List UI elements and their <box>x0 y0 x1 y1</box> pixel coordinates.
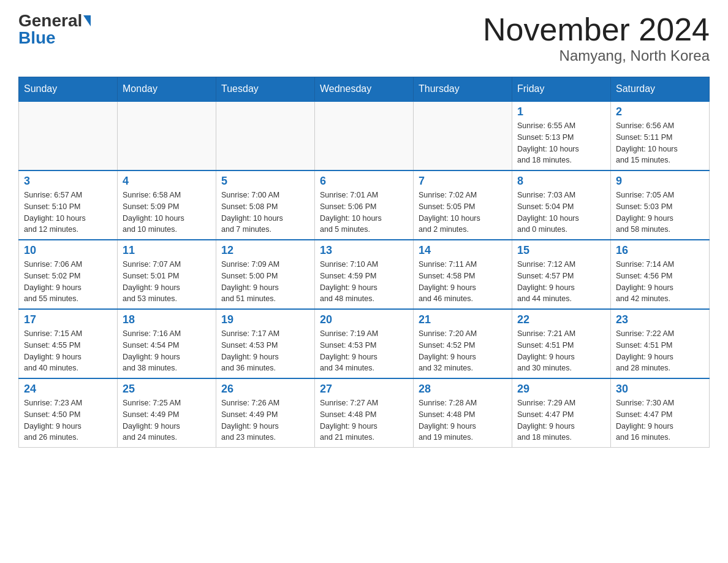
day-number: 30 <box>616 383 704 396</box>
day-number: 13 <box>320 244 408 257</box>
day-info: Sunrise: 7:06 AM Sunset: 5:02 PM Dayligh… <box>24 259 112 305</box>
column-header-thursday: Thursday <box>414 77 512 102</box>
day-info: Sunrise: 7:15 AM Sunset: 4:55 PM Dayligh… <box>24 328 112 374</box>
calendar-cell: 25Sunrise: 7:25 AM Sunset: 4:49 PM Dayli… <box>118 378 216 448</box>
day-number: 18 <box>123 313 211 326</box>
calendar-cell: 22Sunrise: 7:21 AM Sunset: 4:51 PM Dayli… <box>512 309 611 378</box>
day-info: Sunrise: 7:27 AM Sunset: 4:48 PM Dayligh… <box>320 397 408 443</box>
calendar-cell: 23Sunrise: 7:22 AM Sunset: 4:51 PM Dayli… <box>611 309 710 378</box>
day-number: 24 <box>24 383 112 396</box>
day-info: Sunrise: 7:09 AM Sunset: 5:00 PM Dayligh… <box>221 259 309 305</box>
day-info: Sunrise: 7:20 AM Sunset: 4:52 PM Dayligh… <box>419 328 507 374</box>
calendar-cell: 21Sunrise: 7:20 AM Sunset: 4:52 PM Dayli… <box>414 309 512 378</box>
day-info: Sunrise: 7:01 AM Sunset: 5:06 PM Dayligh… <box>320 190 408 236</box>
column-header-friday: Friday <box>512 77 611 102</box>
calendar-cell: 4Sunrise: 6:58 AM Sunset: 5:09 PM Daylig… <box>118 170 216 240</box>
calendar-cell: 13Sunrise: 7:10 AM Sunset: 4:59 PM Dayli… <box>315 240 414 309</box>
calendar-cell: 11Sunrise: 7:07 AM Sunset: 5:01 PM Dayli… <box>118 240 216 309</box>
day-info: Sunrise: 7:29 AM Sunset: 4:47 PM Dayligh… <box>517 397 605 443</box>
calendar-cell: 9Sunrise: 7:05 AM Sunset: 5:03 PM Daylig… <box>611 170 710 240</box>
day-number: 16 <box>616 244 704 257</box>
day-info: Sunrise: 7:21 AM Sunset: 4:51 PM Dayligh… <box>517 328 605 374</box>
logo: General Blue <box>18 12 91 47</box>
calendar-cell: 2Sunrise: 6:56 AM Sunset: 5:11 PM Daylig… <box>611 101 710 170</box>
week-row-3: 17Sunrise: 7:15 AM Sunset: 4:55 PM Dayli… <box>19 309 710 378</box>
day-info: Sunrise: 7:10 AM Sunset: 4:59 PM Dayligh… <box>320 259 408 305</box>
day-number: 25 <box>123 383 211 396</box>
day-info: Sunrise: 6:55 AM Sunset: 5:13 PM Dayligh… <box>517 120 605 166</box>
day-number: 2 <box>616 105 704 118</box>
day-number: 19 <box>221 313 309 326</box>
title-block: November 2024 Namyang, North Korea <box>483 12 710 64</box>
week-row-0: 1Sunrise: 6:55 AM Sunset: 5:13 PM Daylig… <box>19 101 710 170</box>
day-number: 20 <box>320 313 408 326</box>
column-header-saturday: Saturday <box>611 77 710 102</box>
day-info: Sunrise: 7:07 AM Sunset: 5:01 PM Dayligh… <box>123 259 211 305</box>
day-info: Sunrise: 7:17 AM Sunset: 4:53 PM Dayligh… <box>221 328 309 374</box>
day-number: 29 <box>517 383 605 396</box>
month-title: November 2024 <box>483 12 710 47</box>
calendar-cell: 26Sunrise: 7:26 AM Sunset: 4:49 PM Dayli… <box>216 378 315 448</box>
calendar-cell: 16Sunrise: 7:14 AM Sunset: 4:56 PM Dayli… <box>611 240 710 309</box>
day-number: 27 <box>320 383 408 396</box>
calendar-cell: 17Sunrise: 7:15 AM Sunset: 4:55 PM Dayli… <box>19 309 118 378</box>
day-info: Sunrise: 7:23 AM Sunset: 4:50 PM Dayligh… <box>24 397 112 443</box>
day-number: 14 <box>419 244 507 257</box>
day-info: Sunrise: 7:11 AM Sunset: 4:58 PM Dayligh… <box>419 259 507 305</box>
calendar-cell: 24Sunrise: 7:23 AM Sunset: 4:50 PM Dayli… <box>19 378 118 448</box>
day-number: 8 <box>517 175 605 188</box>
calendar-cell: 20Sunrise: 7:19 AM Sunset: 4:53 PM Dayli… <box>315 309 414 378</box>
week-row-2: 10Sunrise: 7:06 AM Sunset: 5:02 PM Dayli… <box>19 240 710 309</box>
day-number: 21 <box>419 313 507 326</box>
calendar-cell: 18Sunrise: 7:16 AM Sunset: 4:54 PM Dayli… <box>118 309 216 378</box>
day-number: 7 <box>419 175 507 188</box>
day-number: 22 <box>517 313 605 326</box>
calendar-cell: 30Sunrise: 7:30 AM Sunset: 4:47 PM Dayli… <box>611 378 710 448</box>
day-info: Sunrise: 7:16 AM Sunset: 4:54 PM Dayligh… <box>123 328 211 374</box>
calendar-cell: 6Sunrise: 7:01 AM Sunset: 5:06 PM Daylig… <box>315 170 414 240</box>
logo-arrow-icon <box>83 15 91 26</box>
day-number: 1 <box>517 105 605 118</box>
column-header-tuesday: Tuesday <box>216 77 315 102</box>
calendar-cell: 12Sunrise: 7:09 AM Sunset: 5:00 PM Dayli… <box>216 240 315 309</box>
logo-blue-text: Blue <box>18 29 56 47</box>
week-row-1: 3Sunrise: 6:57 AM Sunset: 5:10 PM Daylig… <box>19 170 710 240</box>
column-header-monday: Monday <box>118 77 216 102</box>
day-number: 4 <box>123 175 211 188</box>
calendar-cell: 10Sunrise: 7:06 AM Sunset: 5:02 PM Dayli… <box>19 240 118 309</box>
calendar-header-row: SundayMondayTuesdayWednesdayThursdayFrid… <box>19 77 710 102</box>
calendar-cell: 7Sunrise: 7:02 AM Sunset: 5:05 PM Daylig… <box>414 170 512 240</box>
calendar-cell: 1Sunrise: 6:55 AM Sunset: 5:13 PM Daylig… <box>512 101 611 170</box>
day-number: 3 <box>24 175 112 188</box>
day-info: Sunrise: 7:22 AM Sunset: 4:51 PM Dayligh… <box>616 328 704 374</box>
day-number: 5 <box>221 175 309 188</box>
day-info: Sunrise: 7:19 AM Sunset: 4:53 PM Dayligh… <box>320 328 408 374</box>
day-number: 15 <box>517 244 605 257</box>
day-info: Sunrise: 7:26 AM Sunset: 4:49 PM Dayligh… <box>221 397 309 443</box>
day-number: 23 <box>616 313 704 326</box>
day-number: 26 <box>221 383 309 396</box>
day-info: Sunrise: 7:30 AM Sunset: 4:47 PM Dayligh… <box>616 397 704 443</box>
day-number: 10 <box>24 244 112 257</box>
calendar-cell: 3Sunrise: 6:57 AM Sunset: 5:10 PM Daylig… <box>19 170 118 240</box>
calendar-cell <box>19 101 118 170</box>
calendar-cell: 14Sunrise: 7:11 AM Sunset: 4:58 PM Dayli… <box>414 240 512 309</box>
day-number: 17 <box>24 313 112 326</box>
day-number: 11 <box>123 244 211 257</box>
column-header-wednesday: Wednesday <box>315 77 414 102</box>
calendar-table: SundayMondayTuesdayWednesdayThursdayFrid… <box>18 77 710 448</box>
calendar-cell <box>414 101 512 170</box>
day-info: Sunrise: 7:05 AM Sunset: 5:03 PM Dayligh… <box>616 190 704 236</box>
week-row-4: 24Sunrise: 7:23 AM Sunset: 4:50 PM Dayli… <box>19 378 710 448</box>
day-info: Sunrise: 7:28 AM Sunset: 4:48 PM Dayligh… <box>419 397 507 443</box>
calendar-cell: 29Sunrise: 7:29 AM Sunset: 4:47 PM Dayli… <box>512 378 611 448</box>
calendar-cell <box>216 101 315 170</box>
calendar-cell: 28Sunrise: 7:28 AM Sunset: 4:48 PM Dayli… <box>414 378 512 448</box>
day-info: Sunrise: 7:25 AM Sunset: 4:49 PM Dayligh… <box>123 397 211 443</box>
day-info: Sunrise: 7:02 AM Sunset: 5:05 PM Dayligh… <box>419 190 507 236</box>
day-info: Sunrise: 6:56 AM Sunset: 5:11 PM Dayligh… <box>616 120 704 166</box>
day-info: Sunrise: 6:57 AM Sunset: 5:10 PM Dayligh… <box>24 190 112 236</box>
day-number: 9 <box>616 175 704 188</box>
day-number: 28 <box>419 383 507 396</box>
calendar-cell: 15Sunrise: 7:12 AM Sunset: 4:57 PM Dayli… <box>512 240 611 309</box>
